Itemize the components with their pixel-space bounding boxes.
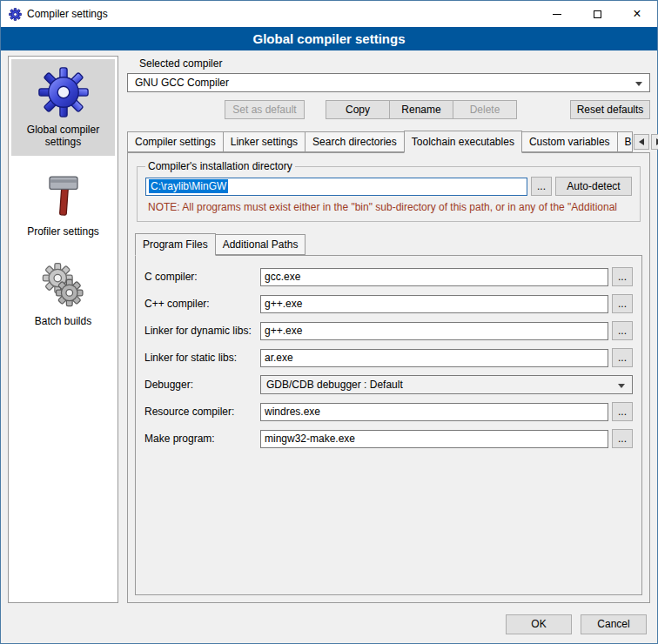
form-row-linker-dynamic: Linker for dynamic libs: ... bbox=[144, 321, 633, 340]
sidebar-item-batch-builds[interactable]: Batch builds bbox=[11, 254, 115, 335]
linker-dynamic-browse-button[interactable]: ... bbox=[612, 321, 633, 340]
ok-button[interactable]: OK bbox=[506, 614, 572, 634]
tab-compiler-settings[interactable]: Compiler settings bbox=[127, 131, 224, 152]
tab-toolchain-executables[interactable]: Toolchain executables bbox=[404, 131, 522, 153]
arrow-left-icon bbox=[639, 138, 644, 145]
sidebar-item-label: Profiler settings bbox=[27, 225, 99, 238]
tab-additional-paths[interactable]: Additional Paths bbox=[215, 234, 306, 255]
linker-static-label: Linker for static libs: bbox=[144, 352, 260, 364]
linker-dynamic-label: Linker for dynamic libs: bbox=[144, 325, 260, 337]
form-row-linker-static: Linker for static libs: ... bbox=[144, 348, 633, 367]
program-files-tabstrip: Program Files Additional Paths bbox=[135, 233, 642, 255]
installation-directory-legend: Compiler's installation directory bbox=[145, 160, 295, 172]
set-as-default-button: Set as default bbox=[225, 100, 305, 119]
tab-program-files[interactable]: Program Files bbox=[135, 233, 216, 256]
c-compiler-label: C compiler: bbox=[144, 271, 260, 283]
grey-gears-icon bbox=[40, 262, 87, 309]
window-title: Compiler settings bbox=[27, 8, 108, 20]
copy-button[interactable]: Copy bbox=[326, 100, 390, 119]
debugger-select[interactable]: GDB/CDB debugger : Default bbox=[260, 375, 633, 394]
install-dir-value: C:\raylib\MinGW bbox=[149, 179, 228, 193]
sidebar-item-profiler-settings[interactable]: Profiler settings bbox=[11, 164, 115, 245]
blue-gear-icon bbox=[38, 67, 89, 117]
toolchain-executables-panel: Compiler's installation directory C:\ray… bbox=[127, 152, 650, 603]
maximize-icon[interactable] bbox=[577, 1, 617, 27]
cancel-button[interactable]: Cancel bbox=[581, 614, 647, 634]
dialog-footer: OK Cancel bbox=[1, 605, 657, 643]
app-gear-icon bbox=[9, 8, 22, 21]
profiler-hammer-icon bbox=[40, 172, 87, 219]
compiler-actions: Set as default Copy Rename Delete Reset … bbox=[127, 100, 650, 119]
chevron-down-icon bbox=[618, 384, 625, 388]
make-program-browse-button[interactable]: ... bbox=[612, 429, 633, 448]
compiler-select-value: GNU GCC Compiler bbox=[135, 77, 229, 89]
selected-compiler-label: Selected compiler bbox=[139, 57, 650, 70]
form-row-make-program: Make program: ... bbox=[144, 429, 633, 448]
titlebar: Compiler settings × bbox=[1, 1, 657, 27]
tab-scroll-left-button[interactable] bbox=[634, 134, 649, 150]
tab-build-options-truncated[interactable]: Buil bbox=[617, 131, 633, 152]
reset-defaults-button[interactable]: Reset defaults bbox=[570, 100, 650, 119]
settings-tabstrip: Compiler settings Linker settings Search… bbox=[127, 131, 650, 152]
make-program-label: Make program: bbox=[144, 433, 260, 445]
tab-linker-settings[interactable]: Linker settings bbox=[223, 131, 306, 152]
sidebar-item-label: Global compiler settings bbox=[13, 124, 113, 148]
installation-directory-group: Compiler's installation directory C:\ray… bbox=[137, 160, 641, 222]
bin-subdirectory-note: NOTE: All programs must exist either in … bbox=[148, 201, 629, 213]
linker-static-browse-button[interactable]: ... bbox=[612, 348, 633, 367]
settings-category-list: Global compiler settings Profiler settin… bbox=[8, 56, 118, 603]
make-program-input[interactable] bbox=[260, 430, 608, 448]
form-row-cpp-compiler: C++ compiler: ... bbox=[144, 294, 633, 313]
tab-scroll-right-button[interactable] bbox=[651, 134, 658, 150]
form-row-resource-compiler: Resource compiler: ... bbox=[144, 402, 633, 421]
delete-button: Delete bbox=[453, 100, 517, 119]
compiler-select[interactable]: GNU GCC Compiler bbox=[127, 73, 650, 92]
c-compiler-browse-button[interactable]: ... bbox=[612, 267, 633, 286]
linker-dynamic-input[interactable] bbox=[260, 322, 608, 340]
linker-static-input[interactable] bbox=[260, 349, 608, 367]
resource-compiler-input[interactable] bbox=[260, 403, 608, 421]
cpp-compiler-label: C++ compiler: bbox=[144, 298, 260, 310]
tab-search-directories[interactable]: Search directories bbox=[305, 131, 405, 152]
sidebar-item-label: Batch builds bbox=[35, 315, 91, 327]
cpp-compiler-browse-button[interactable]: ... bbox=[612, 294, 633, 313]
form-row-c-compiler: C compiler: ... bbox=[144, 267, 633, 286]
chevron-down-icon bbox=[635, 82, 642, 86]
close-icon[interactable]: × bbox=[617, 1, 657, 27]
debugger-select-value: GDB/CDB debugger : Default bbox=[266, 379, 403, 391]
resource-compiler-browse-button[interactable]: ... bbox=[612, 402, 633, 421]
resource-compiler-label: Resource compiler: bbox=[144, 406, 260, 418]
debugger-label: Debugger: bbox=[144, 379, 260, 391]
auto-detect-button[interactable]: Auto-detect bbox=[555, 177, 632, 196]
install-dir-input[interactable]: C:\raylib\MinGW bbox=[145, 178, 527, 196]
cpp-compiler-input[interactable] bbox=[260, 295, 608, 313]
minimize-icon[interactable] bbox=[537, 1, 577, 27]
sidebar-item-global-compiler-settings[interactable]: Global compiler settings bbox=[11, 59, 115, 156]
compiler-settings-window: Compiler settings × Global compiler sett… bbox=[0, 0, 658, 644]
program-files-panel: C compiler: ... C++ compiler: ... Linker… bbox=[135, 255, 642, 595]
form-row-debugger: Debugger: GDB/CDB debugger : Default bbox=[144, 375, 633, 394]
rename-button[interactable]: Rename bbox=[389, 100, 453, 119]
page-title: Global compiler settings bbox=[1, 27, 657, 50]
tab-custom-variables[interactable]: Custom variables bbox=[521, 131, 618, 152]
c-compiler-input[interactable] bbox=[260, 268, 608, 286]
install-dir-browse-button[interactable]: ... bbox=[531, 177, 552, 196]
